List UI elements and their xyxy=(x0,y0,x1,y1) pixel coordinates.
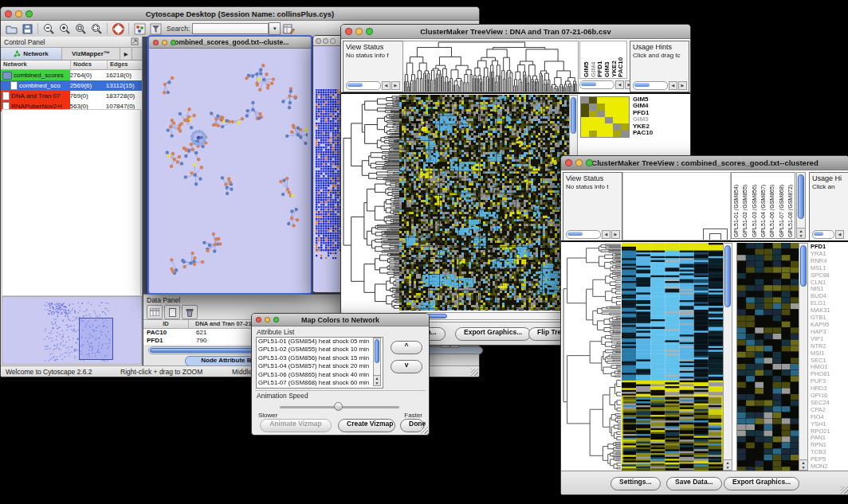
attribute-editor-icon[interactable] xyxy=(281,21,296,36)
minimize-button[interactable] xyxy=(265,317,270,322)
delete-attribute-button[interactable] xyxy=(182,305,198,319)
tv1-matrix-cell xyxy=(581,131,589,137)
minimize-button[interactable] xyxy=(575,159,583,166)
tv2-row-dendrogram[interactable] xyxy=(563,243,621,471)
settings--button[interactable]: Settings... xyxy=(610,477,661,490)
tv2-zoom-scroll-thumb[interactable] xyxy=(800,245,807,287)
tab-network[interactable]: Network xyxy=(1,48,62,60)
tv2-heat-scroll-thumb[interactable] xyxy=(724,245,731,307)
help-lifering-icon[interactable] xyxy=(110,21,126,36)
zoom-button[interactable] xyxy=(171,40,176,45)
tv1-usage-title: Usage Hints xyxy=(633,43,689,51)
zoom-fit-icon[interactable] xyxy=(73,21,88,36)
tv1-heatmap[interactable] xyxy=(399,95,569,311)
tab-vizmapper[interactable]: VizMapper™ xyxy=(62,48,120,60)
network-row[interactable]: DNA and Tran 07769(0)183728(0) xyxy=(1,91,142,101)
resize-grip[interactable] xyxy=(421,427,428,434)
network-view-canvas[interactable] xyxy=(149,49,308,291)
tv1-view-status-scrollbar[interactable]: ◀▶ xyxy=(346,81,400,89)
main-titlebar[interactable]: Cytoscape Desktop (Session Name: collins… xyxy=(1,7,479,21)
birdseye-view[interactable] xyxy=(2,296,142,365)
tv2-collabels-scroll-thumb[interactable] xyxy=(798,174,804,219)
zoom-button[interactable] xyxy=(330,38,336,44)
tv1-matrix-cell xyxy=(613,104,621,110)
tv1-row-dendrogram[interactable] xyxy=(343,95,399,311)
zoom-button[interactable] xyxy=(586,159,593,166)
float-panel-icon[interactable] xyxy=(131,37,139,47)
open-folder-button[interactable] xyxy=(3,21,19,36)
vizmapper-icon[interactable] xyxy=(132,21,147,36)
zoom-button[interactable] xyxy=(366,28,373,35)
tv2-heatmap[interactable] xyxy=(622,243,723,471)
zoom-out-icon[interactable] xyxy=(41,21,57,36)
treeview1-titlebar[interactable]: ClusterMaker TreeView : DNA and Tran 07-… xyxy=(341,25,690,39)
move-up-button[interactable]: ^ xyxy=(391,341,422,354)
attribute-list-item[interactable]: GPL51-04 (GSM857) heat shock 20 min xyxy=(257,362,383,370)
slider-thumb[interactable] xyxy=(334,402,343,411)
resize-grip[interactable] xyxy=(471,369,478,376)
attribute-list-item[interactable]: GPL51-01 (GSM854) heat shock 05 min xyxy=(257,338,383,346)
map-colors-dialog: Map Colors to Network Attribute List GPL… xyxy=(251,313,430,436)
filter-icon[interactable] xyxy=(147,21,163,36)
tv1-column-dendrogram[interactable] xyxy=(402,41,579,92)
dialog-titlebar[interactable]: Map Colors to Network xyxy=(252,314,429,326)
tv1-matrix-cell xyxy=(605,131,613,137)
close-button[interactable] xyxy=(256,317,261,322)
minimize-button[interactable] xyxy=(15,10,22,18)
save-data--button[interactable]: Save Data... xyxy=(666,477,722,490)
tv2-heatmap-vscrollbar[interactable]: ▲▼ xyxy=(723,243,732,471)
attribute-list-item[interactable]: GPL51-07 (GSM868) heat shock 60 min xyxy=(257,379,383,387)
resize-grip[interactable] xyxy=(841,486,848,494)
zoom-selected-icon[interactable] xyxy=(88,21,104,36)
tv1-matrix-cell xyxy=(605,111,613,117)
tv2-column-dendrogram[interactable] xyxy=(622,172,731,240)
network-view-titlebar[interactable]: combined_scores_good.txt--cluste... xyxy=(149,37,311,49)
close-button[interactable] xyxy=(565,159,572,166)
save-button[interactable] xyxy=(19,21,35,36)
attribute-list-scroll-thumb[interactable] xyxy=(375,339,379,363)
tv2-zoom-panel[interactable] xyxy=(736,243,799,471)
minimize-button[interactable] xyxy=(323,38,328,44)
tv1-vscroll-thumb[interactable] xyxy=(571,97,576,134)
attribute-list-item[interactable]: GPL51-02 (GSM855) heat shock 10 min xyxy=(257,346,383,354)
minimize-button[interactable] xyxy=(355,28,363,35)
new-attribute-button[interactable] xyxy=(164,305,180,319)
attribute-list[interactable]: GPL51-01 (GSM854) heat shock 05 minGPL51… xyxy=(256,337,383,389)
close-button[interactable] xyxy=(345,28,352,35)
tv1-matrix-cell xyxy=(605,104,613,110)
export-graphics--button[interactable]: Export Graphics... xyxy=(455,327,531,341)
zoom-button[interactable] xyxy=(273,317,279,322)
move-down-button[interactable]: v xyxy=(391,360,422,373)
tv1-matrix-cell xyxy=(589,123,597,130)
tv2-usage-scrollbar[interactable]: ◀ xyxy=(812,230,844,238)
tv1-column-labels-scrollbar[interactable]: ◀▶ xyxy=(579,80,634,88)
network-table-body: combined_scores2764(0)16218(0)combined_s… xyxy=(1,70,142,111)
search-dropdown-button[interactable]: ▼ xyxy=(269,22,281,35)
zoom-button[interactable] xyxy=(26,10,33,18)
attribute-list-item[interactable]: GPL51-03 (GSM856) heat shock 15 min xyxy=(257,354,383,362)
animate-vizmap-button[interactable]: Animate Vizmap xyxy=(260,419,332,432)
table-mode-button[interactable] xyxy=(147,305,163,319)
search-input[interactable] xyxy=(192,23,269,34)
tv2-zoom-vscrollbar[interactable]: ▲▼ xyxy=(799,243,808,471)
minimize-button[interactable] xyxy=(162,40,167,45)
close-button[interactable] xyxy=(5,10,12,18)
attribute-list-item[interactable]: GPL51-06 (GSM865) heat shock 40 min xyxy=(257,371,383,379)
attribute-list-vscrollbar[interactable]: ▲▼ xyxy=(373,338,381,386)
create-vizmap-button[interactable]: Create Vizmap xyxy=(338,419,395,432)
tv2-view-status-scrollbar[interactable]: ◀▶ xyxy=(566,230,620,238)
tabs-overflow-button[interactable]: ▶ xyxy=(120,48,132,60)
tv1-zoom-matrix[interactable] xyxy=(580,96,630,138)
tv1-usage-scrollbar[interactable]: ◀▶ xyxy=(633,81,687,89)
export-graphics--button[interactable]: Export Graphics... xyxy=(724,477,799,490)
close-button[interactable] xyxy=(316,38,321,44)
zoom-in-icon[interactable] xyxy=(57,21,73,36)
network-list-filler xyxy=(2,109,141,296)
tv2-collabels-vscrollbar[interactable]: ▲▼ xyxy=(796,172,806,239)
close-button[interactable] xyxy=(153,40,159,45)
network-row[interactable]: combined_scores2764(0)16218(0) xyxy=(1,70,142,80)
desktop: Cytoscape Desktop (Session Name: collins… xyxy=(0,0,848,504)
network-row[interactable]: combined_sco2569(6)13112(15) xyxy=(1,80,142,91)
animation-speed-slider[interactable] xyxy=(280,406,399,408)
treeview2-titlebar[interactable]: ClusterMaker TreeView : combined_scores_… xyxy=(561,156,848,170)
